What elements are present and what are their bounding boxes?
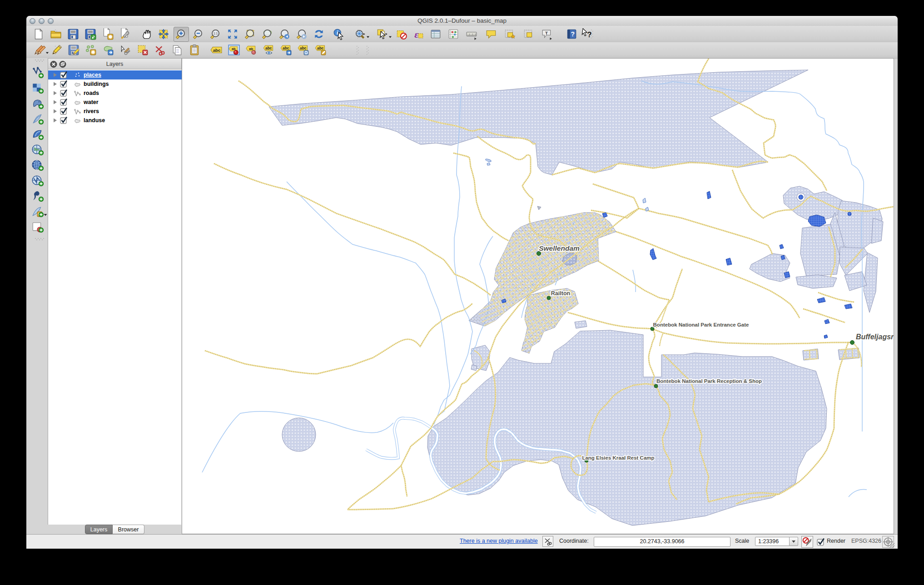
svg-text:ε: ε — [414, 29, 418, 40]
svg-text:Lang Elsies Kraal Rest Camp: Lang Elsies Kraal Rest Camp — [582, 455, 654, 461]
svg-text:Bontebok National Park Entranc: Bontebok National Park Entrance Gate — [653, 322, 749, 327]
svg-text:?: ? — [587, 30, 591, 39]
svg-text:T: T — [545, 30, 548, 35]
svg-text:1:1: 1:1 — [214, 32, 218, 35]
svg-text:Buffeljagsrivier: Buffeljagsrivier — [856, 333, 894, 341]
svg-text:Swellendam: Swellendam — [539, 244, 580, 252]
svg-text:?: ? — [571, 30, 575, 38]
svg-text:Railton: Railton — [551, 290, 570, 297]
svg-text:Bontebok National Park Recepti: Bontebok National Park Reception & Shop — [656, 378, 762, 384]
